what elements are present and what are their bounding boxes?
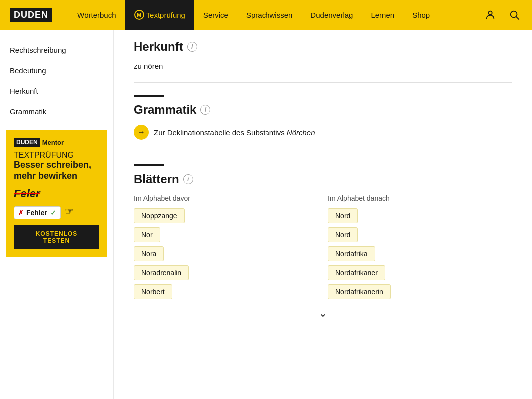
sidebar-item-herkunft[interactable]: Herkunft (0, 81, 113, 101)
grammatik-link[interactable]: → Zur Deklinationstabelle des Substantiv… (134, 125, 512, 140)
blattern-col-left-title: Im Alphabet davor (134, 194, 190, 202)
word-tag-nord-1[interactable]: Nord (328, 208, 358, 223)
blattern-layout: Im Alphabet davor Noppzange Nor Nora Nor… (134, 194, 512, 303)
blattern-info-icon[interactable]: i (183, 174, 193, 184)
search-icon[interactable] (506, 7, 522, 23)
cta-button[interactable]: KOSTENLOS TESTEN (14, 225, 99, 249)
nav-item-lernen[interactable]: Lernen (362, 0, 403, 30)
ad-mentor-label: Mentor (42, 139, 64, 146)
herkunft-title: Herkunft i (134, 40, 512, 54)
check-icon: ✓ (50, 209, 56, 217)
chevron-down-container: ⌄ (134, 307, 512, 319)
blattern-col-right-title: Im Alphabet danach (328, 194, 390, 202)
header-icons (482, 7, 522, 23)
ad-headline: Besser schreiben, mehr bewirken (14, 160, 99, 181)
sidebar: Rechtschreibung Bedeutung Herkunft Gramm… (0, 30, 114, 399)
word-tag-nordafrika[interactable]: Nordafrika (328, 246, 375, 261)
sidebar-item-bedeutung[interactable]: Bedeutung (0, 60, 113, 81)
nav-item-textpruefung[interactable]: M Textprüfung (125, 0, 194, 30)
duden-logo[interactable]: DUDEN (10, 8, 52, 22)
sidebar-item-grammatik[interactable]: Grammatik (0, 101, 113, 122)
section-rule-2 (134, 152, 512, 152)
nav-item-woerterbuch[interactable]: Wörterbuch (68, 0, 125, 30)
nav-item-shop[interactable]: Shop (403, 0, 439, 30)
main-nav: Wörterbuch M Textprüfung Service Sprachw… (68, 0, 470, 30)
sidebar-item-rechtschreibung[interactable]: Rechtschreibung (0, 40, 113, 60)
page-layout: Rechtschreibung Bedeutung Herkunft Gramm… (0, 30, 532, 399)
herkunft-info-icon[interactable]: i (187, 42, 197, 52)
word-tag-norbert[interactable]: Norbert (134, 284, 172, 299)
nav-item-sprachwissen[interactable]: Sprachwissen (237, 0, 301, 30)
word-tag-nord-2[interactable]: Nord (328, 227, 358, 242)
word-tag-nordafrikaner[interactable]: Nordafrikaner (328, 265, 385, 280)
word-tag-nordafrikanerin[interactable]: Nordafrikanerin (328, 284, 391, 299)
section-rule-1 (134, 82, 512, 83)
ad-textpruefung-label: TEXTPRÜFUNG (14, 151, 99, 160)
blattern-divider (134, 164, 164, 166)
svg-line-2 (516, 17, 519, 19)
nav-item-service[interactable]: Service (194, 0, 237, 30)
fehler-badge: ✗ Fehler ✓ (14, 206, 61, 219)
word-tag-nora[interactable]: Nora (134, 246, 164, 261)
textpruefung-icon: M (134, 10, 144, 20)
svg-point-0 (488, 11, 492, 15)
herkunft-text: zu nören (134, 62, 512, 70)
noren-link[interactable]: nören (144, 62, 163, 70)
fehler-strikethrough: Feler (14, 187, 99, 200)
blattern-section: Blättern i Im Alphabet davor Noppzange N… (134, 164, 512, 319)
nav-item-dudenverlag[interactable]: Dudenverlag (301, 0, 362, 30)
fehler-demo: Feler ✗ Fehler ✓ ☞ (14, 187, 99, 219)
word-tag-noppzange[interactable]: Noppzange (134, 208, 185, 223)
arrow-circle-icon[interactable]: → (134, 125, 149, 140)
chevron-down-icon[interactable]: ⌄ (319, 307, 327, 319)
duden-mentor-logo: DUDEN Mentor (14, 138, 99, 147)
word-tag-nor[interactable]: Nor (134, 227, 160, 242)
ad-duden-logo: DUDEN (14, 138, 40, 147)
grammatik-link-text: Zur Deklinationstabelle des Substantivs … (154, 128, 315, 137)
main-content: Herkunft i zu nören Grammatik i → Zur De… (114, 30, 532, 399)
grammatik-divider (134, 95, 164, 97)
blattern-col-right: Im Alphabet danach Nord Nord Nordafrika … (328, 194, 512, 303)
grammatik-info-icon[interactable]: i (200, 105, 210, 115)
word-tag-noradrenalin[interactable]: Noradrenalin (134, 265, 189, 280)
blattern-title: Blättern i (134, 172, 512, 186)
grammatik-title: Grammatik i (134, 103, 512, 117)
herkunft-section: Herkunft i zu nören (134, 40, 512, 70)
cursor-icon: ☞ (65, 205, 74, 217)
blattern-col-left: Im Alphabet davor Noppzange Nor Nora Nor… (134, 194, 318, 303)
x-icon: ✗ (18, 209, 23, 216)
sidebar-ad: DUDEN Mentor TEXTPRÜFUNG Besser schreibe… (6, 130, 107, 257)
user-icon[interactable] (482, 7, 498, 23)
header: DUDEN Wörterbuch M Textprüfung Service S… (0, 0, 532, 30)
grammatik-section: Grammatik i → Zur Deklinationstabelle de… (134, 95, 512, 140)
